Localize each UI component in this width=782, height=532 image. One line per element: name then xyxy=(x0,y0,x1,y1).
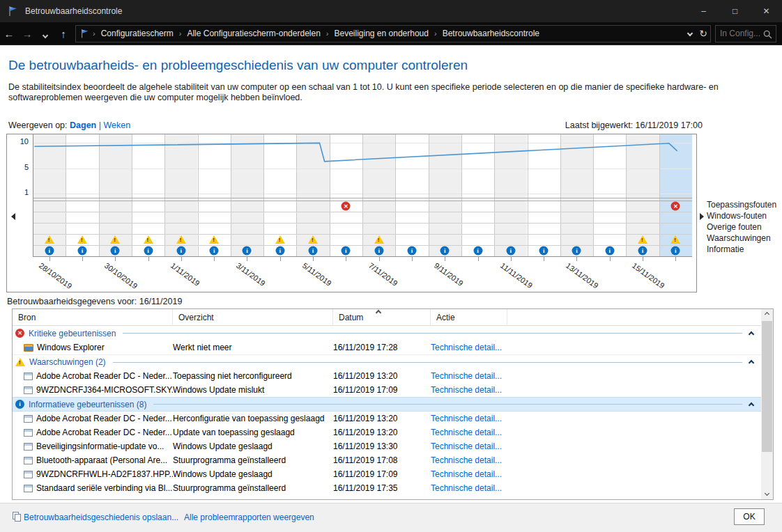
table-row[interactable]: Bluetooth-apparaat (Personal Are...Stuur… xyxy=(13,453,762,467)
ok-button[interactable]: OK xyxy=(734,508,765,525)
technical-details-link[interactable]: Technische detail... xyxy=(431,455,507,465)
breadcrumb-item[interactable]: Betrouwbaarheidscontrole xyxy=(438,29,544,38)
event-marker[interactable]: ! xyxy=(110,235,120,244)
event-marker[interactable]: i xyxy=(407,247,416,256)
technical-details-link[interactable]: Technische detail... xyxy=(431,371,507,381)
scroll-up-icon[interactable] xyxy=(761,309,773,320)
column-header-datum[interactable]: Datum xyxy=(333,309,431,326)
event-marker[interactable]: ! xyxy=(308,235,318,244)
up-icon[interactable]: ↑ xyxy=(54,28,72,40)
column-header-overzicht[interactable]: Overzicht xyxy=(173,309,333,326)
technical-details-link[interactable]: Technische detail... xyxy=(431,385,507,395)
search-icon[interactable] xyxy=(763,29,772,42)
scroll-down-icon[interactable] xyxy=(761,489,773,499)
technical-details-link[interactable]: Technische detail... xyxy=(431,414,507,423)
maximize-button[interactable]: □ xyxy=(719,0,751,22)
event-marker[interactable]: ! xyxy=(209,235,219,244)
breadcrumb-item[interactable]: Configuratiescherm xyxy=(97,29,178,38)
table-row[interactable]: Adobe Acrobat Reader DC - Neder...Hercon… xyxy=(13,412,762,425)
info-icon: i xyxy=(342,247,351,256)
address-bar[interactable]: ›Configuratiescherm›Alle Configuratiesch… xyxy=(75,25,711,42)
title-bar: Betrouwbaarheidscontrole – □ ✕ xyxy=(0,0,782,22)
event-marker[interactable]: ! xyxy=(670,235,680,244)
collapse-chevron-icon[interactable] xyxy=(749,329,753,338)
event-marker[interactable]: i xyxy=(176,247,185,256)
column-header-actie[interactable]: Actie xyxy=(431,309,507,326)
chart-scroll-left-icon[interactable] xyxy=(11,213,15,220)
event-marker[interactable]: i xyxy=(539,247,549,256)
event-marker[interactable]: i xyxy=(572,247,581,256)
event-marker[interactable]: i xyxy=(275,247,284,256)
event-marker[interactable]: ✕ xyxy=(671,202,680,211)
technical-details-link[interactable]: Technische detail... xyxy=(431,469,507,479)
group-rule xyxy=(153,404,742,405)
source-text: Adobe Acrobat Reader DC - Neder... xyxy=(36,414,172,423)
vertical-scrollbar[interactable] xyxy=(761,309,773,499)
back-icon[interactable]: ← xyxy=(0,28,18,40)
event-marker[interactable]: i xyxy=(210,247,219,256)
search-box[interactable] xyxy=(715,25,776,42)
view-all-reports-link[interactable]: Alle probleemrapporten weergeven xyxy=(184,513,314,522)
forward-icon[interactable]: → xyxy=(18,28,36,40)
technical-details-link[interactable]: Technische detail... xyxy=(431,441,507,451)
breadcrumb-item[interactable]: Alle Configuratiescherm-onderdelen xyxy=(183,29,324,38)
event-marker[interactable]: ! xyxy=(275,235,285,244)
collapse-chevron-icon[interactable] xyxy=(749,400,753,409)
event-marker[interactable]: i xyxy=(243,247,252,256)
table-group-row[interactable]: ✕Kritieke gebeurtenissen xyxy=(13,326,762,341)
event-marker[interactable]: ! xyxy=(374,235,384,244)
search-input[interactable] xyxy=(720,29,763,38)
event-marker[interactable]: i xyxy=(111,247,120,256)
table-row[interactable]: Adobe Acrobat Reader DC - Neder...Toepas… xyxy=(13,369,762,383)
event-marker[interactable]: ! xyxy=(176,235,186,244)
event-marker[interactable]: i xyxy=(605,247,614,256)
stability-chart[interactable]: 10 5 1 ✕✕!!!!!!!!!!!iiiiiiiiiiiiiiiiiiii… xyxy=(6,134,697,292)
table-row[interactable]: Adobe Acrobat Reader DC - Neder...Update… xyxy=(13,425,762,439)
event-marker[interactable]: i xyxy=(440,247,450,256)
event-marker[interactable]: ! xyxy=(45,235,54,244)
address-dropdown-icon[interactable] xyxy=(687,31,693,36)
table-group-row[interactable]: iInformatieve gebeurtenissen (8) xyxy=(13,397,762,412)
event-marker[interactable]: i xyxy=(144,247,153,256)
chart-scroll-right-icon[interactable] xyxy=(700,213,704,220)
source-text: Adobe Acrobat Reader DC - Neder... xyxy=(36,428,172,437)
history-chevron-icon[interactable] xyxy=(36,28,54,40)
event-marker[interactable]: i xyxy=(342,247,351,256)
event-marker[interactable]: i xyxy=(45,247,54,256)
event-marker[interactable]: i xyxy=(671,247,680,256)
event-marker[interactable]: ! xyxy=(638,235,647,244)
table-row[interactable]: 9WZDNCRFJ364-MICROSOFT.SKY...Windows Upd… xyxy=(13,383,762,397)
view-option-days[interactable]: Dagen xyxy=(70,120,96,130)
table-row[interactable]: Standaard seriële verbinding via Bl...St… xyxy=(13,481,762,495)
event-marker[interactable]: ! xyxy=(77,235,87,244)
event-marker[interactable]: i xyxy=(473,247,482,256)
table-group-row[interactable]: !Waarschuwingen (2) xyxy=(13,354,762,369)
event-marker[interactable]: ✕ xyxy=(342,202,351,211)
close-button[interactable]: ✕ xyxy=(751,0,782,22)
table-row[interactable]: Windows ExplorerWerkt niet meer16/11/201… xyxy=(13,341,762,354)
collapse-chevron-icon[interactable] xyxy=(749,357,753,367)
view-option-weeks[interactable]: Weken xyxy=(103,120,130,130)
date-cell: 16/11/2019 17:28 xyxy=(333,343,431,352)
info-icon: i xyxy=(15,400,24,409)
table-row[interactable]: Beveiligingsinformatie-update vo...Windo… xyxy=(13,439,762,453)
event-marker[interactable]: i xyxy=(309,247,318,256)
breadcrumb-item[interactable]: Beveiliging en onderhoud xyxy=(330,29,433,38)
event-marker[interactable]: i xyxy=(77,247,86,256)
scrollbar-thumb[interactable] xyxy=(762,321,772,452)
refresh-icon[interactable]: ↻ xyxy=(699,28,707,39)
event-marker[interactable]: ! xyxy=(144,235,153,244)
x-tick-label: 30/10/2019 xyxy=(103,261,139,290)
minimize-button[interactable]: – xyxy=(688,0,719,22)
event-marker[interactable]: i xyxy=(506,247,515,256)
save-history-link[interactable]: Betrouwbaarheidsgeschiedenis opslaan... xyxy=(24,513,178,522)
save-history-icon xyxy=(13,512,21,522)
technical-details-link[interactable]: Technische detail... xyxy=(431,343,507,352)
technical-details-link[interactable]: Technische detail... xyxy=(431,483,507,493)
column-header-bron[interactable]: Bron xyxy=(13,309,173,326)
technical-details-link[interactable]: Technische detail... xyxy=(431,428,507,437)
source-cell: Standaard seriële verbinding via Bl... xyxy=(13,483,173,493)
table-row[interactable]: 9WZDNCRFHWLH-AD2F1837.HPP...Windows Upda… xyxy=(13,467,762,481)
event-marker[interactable]: i xyxy=(374,247,383,256)
event-marker[interactable]: i xyxy=(638,247,647,256)
